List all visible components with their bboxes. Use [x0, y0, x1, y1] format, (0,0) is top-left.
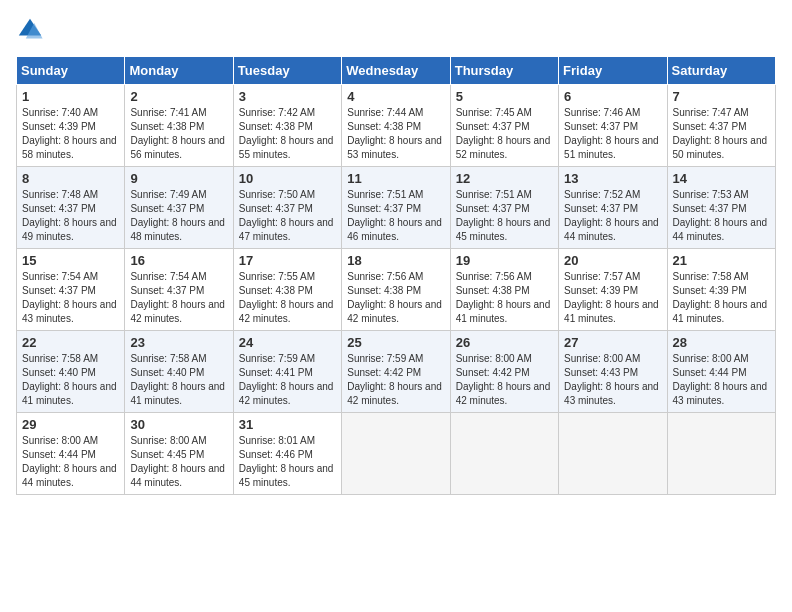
calendar-cell: 4Sunrise: 7:44 AMSunset: 4:38 PMDaylight…: [342, 85, 450, 167]
calendar-cell: 14Sunrise: 7:53 AMSunset: 4:37 PMDayligh…: [667, 167, 775, 249]
day-number: 13: [564, 171, 661, 186]
day-number: 31: [239, 417, 336, 432]
calendar-cell: 31Sunrise: 8:01 AMSunset: 4:46 PMDayligh…: [233, 413, 341, 495]
day-number: 26: [456, 335, 553, 350]
cell-info: Sunrise: 7:51 AMSunset: 4:37 PMDaylight:…: [456, 188, 553, 244]
day-number: 9: [130, 171, 227, 186]
calendar-cell: 6Sunrise: 7:46 AMSunset: 4:37 PMDaylight…: [559, 85, 667, 167]
calendar-cell: 9Sunrise: 7:49 AMSunset: 4:37 PMDaylight…: [125, 167, 233, 249]
day-number: 25: [347, 335, 444, 350]
day-number: 1: [22, 89, 119, 104]
day-number: 4: [347, 89, 444, 104]
calendar-cell: 28Sunrise: 8:00 AMSunset: 4:44 PMDayligh…: [667, 331, 775, 413]
calendar-cell: 30Sunrise: 8:00 AMSunset: 4:45 PMDayligh…: [125, 413, 233, 495]
day-number: 2: [130, 89, 227, 104]
calendar-table: SundayMondayTuesdayWednesdayThursdayFrid…: [16, 56, 776, 495]
cell-info: Sunrise: 7:40 AMSunset: 4:39 PMDaylight:…: [22, 106, 119, 162]
calendar-cell: 27Sunrise: 8:00 AMSunset: 4:43 PMDayligh…: [559, 331, 667, 413]
cell-info: Sunrise: 8:00 AMSunset: 4:44 PMDaylight:…: [22, 434, 119, 490]
col-header-friday: Friday: [559, 57, 667, 85]
day-number: 20: [564, 253, 661, 268]
cell-info: Sunrise: 7:49 AMSunset: 4:37 PMDaylight:…: [130, 188, 227, 244]
col-header-sunday: Sunday: [17, 57, 125, 85]
cell-info: Sunrise: 7:50 AMSunset: 4:37 PMDaylight:…: [239, 188, 336, 244]
cell-info: Sunrise: 7:44 AMSunset: 4:38 PMDaylight:…: [347, 106, 444, 162]
day-number: 10: [239, 171, 336, 186]
cell-info: Sunrise: 7:57 AMSunset: 4:39 PMDaylight:…: [564, 270, 661, 326]
day-number: 8: [22, 171, 119, 186]
day-number: 21: [673, 253, 770, 268]
calendar-cell: 5Sunrise: 7:45 AMSunset: 4:37 PMDaylight…: [450, 85, 558, 167]
cell-info: Sunrise: 8:00 AMSunset: 4:42 PMDaylight:…: [456, 352, 553, 408]
day-number: 28: [673, 335, 770, 350]
day-number: 29: [22, 417, 119, 432]
cell-info: Sunrise: 7:47 AMSunset: 4:37 PMDaylight:…: [673, 106, 770, 162]
cell-info: Sunrise: 7:53 AMSunset: 4:37 PMDaylight:…: [673, 188, 770, 244]
calendar-cell: 15Sunrise: 7:54 AMSunset: 4:37 PMDayligh…: [17, 249, 125, 331]
cell-info: Sunrise: 7:58 AMSunset: 4:40 PMDaylight:…: [130, 352, 227, 408]
cell-info: Sunrise: 7:42 AMSunset: 4:38 PMDaylight:…: [239, 106, 336, 162]
calendar-cell: [559, 413, 667, 495]
logo-icon: [16, 16, 44, 44]
day-number: 7: [673, 89, 770, 104]
calendar-cell: 11Sunrise: 7:51 AMSunset: 4:37 PMDayligh…: [342, 167, 450, 249]
calendar-cell: 25Sunrise: 7:59 AMSunset: 4:42 PMDayligh…: [342, 331, 450, 413]
day-number: 15: [22, 253, 119, 268]
calendar-cell: 13Sunrise: 7:52 AMSunset: 4:37 PMDayligh…: [559, 167, 667, 249]
cell-info: Sunrise: 7:59 AMSunset: 4:42 PMDaylight:…: [347, 352, 444, 408]
calendar-cell: 17Sunrise: 7:55 AMSunset: 4:38 PMDayligh…: [233, 249, 341, 331]
calendar-cell: [450, 413, 558, 495]
calendar-cell: 1Sunrise: 7:40 AMSunset: 4:39 PMDaylight…: [17, 85, 125, 167]
calendar-cell: 2Sunrise: 7:41 AMSunset: 4:38 PMDaylight…: [125, 85, 233, 167]
day-number: 11: [347, 171, 444, 186]
cell-info: Sunrise: 8:00 AMSunset: 4:43 PMDaylight:…: [564, 352, 661, 408]
calendar-cell: 26Sunrise: 8:00 AMSunset: 4:42 PMDayligh…: [450, 331, 558, 413]
col-header-thursday: Thursday: [450, 57, 558, 85]
cell-info: Sunrise: 7:54 AMSunset: 4:37 PMDaylight:…: [22, 270, 119, 326]
cell-info: Sunrise: 7:58 AMSunset: 4:39 PMDaylight:…: [673, 270, 770, 326]
day-number: 30: [130, 417, 227, 432]
cell-info: Sunrise: 7:54 AMSunset: 4:37 PMDaylight:…: [130, 270, 227, 326]
calendar-cell: 8Sunrise: 7:48 AMSunset: 4:37 PMDaylight…: [17, 167, 125, 249]
cell-info: Sunrise: 7:46 AMSunset: 4:37 PMDaylight:…: [564, 106, 661, 162]
day-number: 23: [130, 335, 227, 350]
calendar-cell: 10Sunrise: 7:50 AMSunset: 4:37 PMDayligh…: [233, 167, 341, 249]
day-number: 6: [564, 89, 661, 104]
cell-info: Sunrise: 8:00 AMSunset: 4:45 PMDaylight:…: [130, 434, 227, 490]
col-header-tuesday: Tuesday: [233, 57, 341, 85]
calendar-cell: 16Sunrise: 7:54 AMSunset: 4:37 PMDayligh…: [125, 249, 233, 331]
calendar-cell: 3Sunrise: 7:42 AMSunset: 4:38 PMDaylight…: [233, 85, 341, 167]
page-header: [16, 16, 776, 44]
day-number: 24: [239, 335, 336, 350]
day-number: 5: [456, 89, 553, 104]
day-number: 12: [456, 171, 553, 186]
day-number: 3: [239, 89, 336, 104]
day-number: 27: [564, 335, 661, 350]
cell-info: Sunrise: 7:56 AMSunset: 4:38 PMDaylight:…: [347, 270, 444, 326]
col-header-saturday: Saturday: [667, 57, 775, 85]
calendar-cell: 21Sunrise: 7:58 AMSunset: 4:39 PMDayligh…: [667, 249, 775, 331]
calendar-cell: 7Sunrise: 7:47 AMSunset: 4:37 PMDaylight…: [667, 85, 775, 167]
cell-info: Sunrise: 7:58 AMSunset: 4:40 PMDaylight:…: [22, 352, 119, 408]
day-number: 14: [673, 171, 770, 186]
calendar-cell: 18Sunrise: 7:56 AMSunset: 4:38 PMDayligh…: [342, 249, 450, 331]
calendar-cell: 24Sunrise: 7:59 AMSunset: 4:41 PMDayligh…: [233, 331, 341, 413]
cell-info: Sunrise: 8:01 AMSunset: 4:46 PMDaylight:…: [239, 434, 336, 490]
cell-info: Sunrise: 7:52 AMSunset: 4:37 PMDaylight:…: [564, 188, 661, 244]
calendar-cell: 12Sunrise: 7:51 AMSunset: 4:37 PMDayligh…: [450, 167, 558, 249]
calendar-cell: 22Sunrise: 7:58 AMSunset: 4:40 PMDayligh…: [17, 331, 125, 413]
calendar-cell: [342, 413, 450, 495]
cell-info: Sunrise: 8:00 AMSunset: 4:44 PMDaylight:…: [673, 352, 770, 408]
day-number: 18: [347, 253, 444, 268]
cell-info: Sunrise: 7:51 AMSunset: 4:37 PMDaylight:…: [347, 188, 444, 244]
cell-info: Sunrise: 7:45 AMSunset: 4:37 PMDaylight:…: [456, 106, 553, 162]
cell-info: Sunrise: 7:56 AMSunset: 4:38 PMDaylight:…: [456, 270, 553, 326]
col-header-wednesday: Wednesday: [342, 57, 450, 85]
calendar-cell: 20Sunrise: 7:57 AMSunset: 4:39 PMDayligh…: [559, 249, 667, 331]
day-number: 16: [130, 253, 227, 268]
calendar-cell: 29Sunrise: 8:00 AMSunset: 4:44 PMDayligh…: [17, 413, 125, 495]
cell-info: Sunrise: 7:48 AMSunset: 4:37 PMDaylight:…: [22, 188, 119, 244]
day-number: 17: [239, 253, 336, 268]
cell-info: Sunrise: 7:59 AMSunset: 4:41 PMDaylight:…: [239, 352, 336, 408]
calendar-cell: 19Sunrise: 7:56 AMSunset: 4:38 PMDayligh…: [450, 249, 558, 331]
